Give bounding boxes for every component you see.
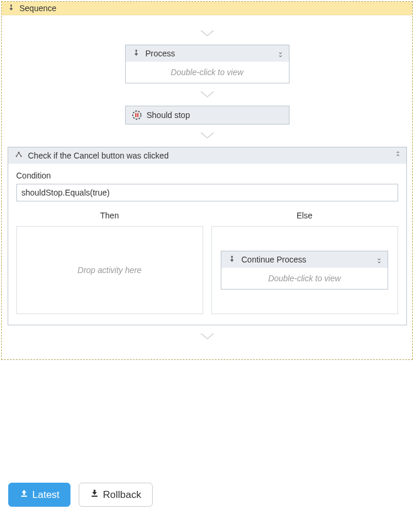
svg-rect-5 [135, 113, 136, 117]
if-body: Condition Then Drop activity here Else [8, 164, 406, 325]
sequence-icon [6, 4, 16, 13]
sequence-icon [132, 49, 141, 58]
svg-rect-11 [92, 496, 97, 497]
rollback-label: Rollback [103, 489, 141, 501]
continue-process-hint[interactable]: Double-click to view [221, 268, 388, 289]
drop-indicator[interactable] [200, 133, 214, 139]
sequence-icon [227, 255, 237, 264]
if-activity[interactable]: Check if the Cancel button was clicked ⌃… [8, 147, 407, 325]
svg-rect-10 [21, 496, 27, 497]
collapse-icon[interactable]: ⌃⌃ [395, 153, 400, 159]
drop-indicator[interactable] [200, 334, 214, 339]
if-icon [14, 151, 23, 160]
then-label: Then [16, 206, 203, 226]
sequence-body: Process ⌄⌄ Double-click to view Should s… [2, 15, 412, 359]
latest-label: Latest [32, 489, 59, 501]
continue-process-header[interactable]: Continue Process ⌄⌄ [221, 251, 388, 268]
stop-icon [132, 110, 142, 120]
else-branch: Else [211, 206, 398, 314]
expand-icon[interactable]: ⌄⌄ [278, 50, 283, 56]
then-branch: Then Drop activity here [16, 206, 203, 314]
if-header[interactable]: Check if the Cancel button was clicked ⌃… [8, 147, 406, 164]
process-header[interactable]: Process ⌄⌄ [126, 45, 289, 62]
process-hint[interactable]: Double-click to view [126, 62, 289, 83]
sequence-header[interactable]: Sequence [2, 2, 412, 15]
drop-indicator[interactable] [200, 31, 214, 36]
svg-rect-6 [137, 113, 138, 117]
should-stop-title: Should stop [147, 110, 190, 120]
drop-indicator[interactable] [200, 92, 214, 97]
upload-icon [19, 489, 29, 501]
latest-button[interactable]: Latest [8, 483, 70, 507]
continue-process-activity[interactable]: Continue Process ⌄⌄ Double-click to view [221, 251, 388, 289]
process-activity[interactable]: Process ⌄⌄ Double-click to view [125, 45, 290, 83]
svg-point-4 [133, 111, 141, 119]
if-title: Check if the Cancel button was clicked [28, 151, 391, 160]
should-stop-activity[interactable]: Should stop [125, 106, 290, 124]
sequence-activity[interactable]: Sequence Process ⌄⌄ Double-click to view [1, 1, 413, 360]
sequence-title: Sequence [19, 4, 56, 13]
download-icon [90, 489, 99, 501]
condition-label: Condition [16, 171, 398, 180]
else-container[interactable]: Continue Process ⌄⌄ Double-click to view [211, 226, 398, 314]
else-label: Else [211, 206, 398, 226]
continue-process-title: Continue Process [241, 255, 372, 264]
condition-input[interactable] [16, 184, 398, 201]
expand-icon[interactable]: ⌄⌄ [376, 257, 382, 262]
footer-buttons: Latest Rollback [8, 483, 153, 507]
then-drop-area[interactable]: Drop activity here [16, 226, 203, 314]
process-title: Process [146, 49, 273, 58]
rollback-button[interactable]: Rollback [79, 483, 152, 507]
